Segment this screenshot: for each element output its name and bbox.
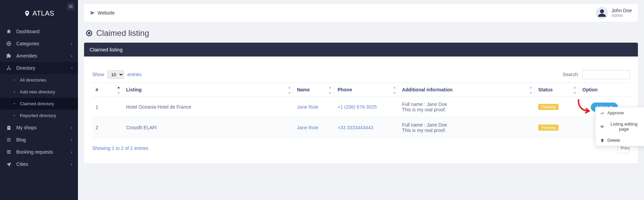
page-size-select[interactable]: 10 <box>107 70 124 79</box>
table-info: Showing 1 to 2 of 2 entries <box>92 146 148 151</box>
website-link-label: Website <box>98 10 115 16</box>
chevron-right-icon <box>71 125 73 130</box>
website-link[interactable]: Website <box>90 10 115 16</box>
dropdown-item-edit[interactable]: Listing editing page <box>596 118 644 135</box>
sidebar-toggle-button[interactable] <box>67 3 75 10</box>
sidebar-item-my-shops[interactable]: My shops <box>0 121 78 134</box>
sidebar-subitem-label: Reported directory <box>20 113 56 118</box>
user-role: Admin <box>611 13 632 18</box>
sidebar-subitem-all-directories[interactable]: All directories <box>0 74 78 86</box>
sidebar-item-label: Booking requests <box>16 149 53 155</box>
chevron-right-icon <box>71 137 73 142</box>
sidebar: ATLAS Dashboard Categories Amenities Dir… <box>0 0 78 200</box>
sidebar-item-directory[interactable]: Directory <box>0 62 78 74</box>
search-input[interactable] <box>582 70 630 79</box>
table-row: 2 Crossfit ELAFI Jane Roie +33 333344344… <box>92 117 630 138</box>
user-menu[interactable]: John Doe Admin <box>596 7 632 19</box>
table-row: 1 Hotel Oceania Hotel de France Jane Roi… <box>92 97 630 117</box>
puzzle-icon <box>6 53 12 59</box>
cell-listing: Hotel Oceania Hotel de France <box>123 97 294 117</box>
globe-icon <box>6 41 12 46</box>
col-status[interactable]: Status <box>535 83 579 97</box>
col-index[interactable]: # <box>92 83 123 97</box>
col-option: Option <box>579 83 630 97</box>
brand-text: ATLAS <box>33 9 54 17</box>
plane-icon <box>6 161 12 167</box>
cell-status: Pending <box>535 117 579 138</box>
claimed-listing-table: # Listing Name <box>92 83 630 138</box>
sidebar-subitem-add-new-directory[interactable]: Add new directory <box>0 86 78 98</box>
list-icon <box>6 137 12 142</box>
col-name[interactable]: Name <box>294 83 334 97</box>
dropdown-item-delete[interactable]: Delete <box>596 135 644 146</box>
list-alt-icon <box>6 149 12 155</box>
home-icon <box>6 29 12 34</box>
check-icon <box>600 111 604 115</box>
sidebar-item-cities[interactable]: Cities <box>0 158 78 170</box>
cell-listing: Crossfit ELAFI <box>123 117 294 138</box>
chevron-right-icon <box>71 41 73 46</box>
eye-icon <box>600 125 604 129</box>
chevron-right-icon <box>71 149 73 155</box>
sidebar-subitem-label: Add new directory <box>20 89 55 94</box>
sidebar-item-dashboard[interactable]: Dashboard <box>0 25 78 38</box>
main-content: Website John Doe Admin Claimed listing C… <box>78 0 644 200</box>
sidebar-item-amenities[interactable]: Amenities <box>0 50 78 62</box>
map-pin-icon <box>24 10 31 17</box>
cell-phone[interactable]: +33 3333443443 <box>334 117 399 138</box>
chevron-right-icon <box>71 161 73 167</box>
sidebar-item-label: My shops <box>16 125 37 130</box>
dropdown-item-approve[interactable]: Approve <box>596 107 644 118</box>
sidebar-subnav-directory: All directories Add new directory Claime… <box>0 74 78 121</box>
chevron-right-icon <box>71 53 73 59</box>
send-icon <box>90 10 95 15</box>
cell-phone[interactable]: +1 (336) 676-3025 <box>334 97 399 117</box>
chevron-down-icon <box>71 65 73 71</box>
menu-icon <box>68 4 73 9</box>
cell-info: Full name : Jane Doe This is my real pro… <box>399 97 535 117</box>
svg-point-0 <box>600 9 604 14</box>
status-badge: Pending <box>538 104 559 110</box>
page-title: Claimed listing <box>96 28 149 38</box>
user-meta: John Doe Admin <box>611 8 632 18</box>
sidebar-item-booking-requests[interactable]: Booking requests <box>0 146 78 158</box>
cell-index: 1 <box>92 97 123 117</box>
entries-label: entries <box>127 72 142 77</box>
cell-name[interactable]: Jane Roie <box>294 97 334 117</box>
sidebar-item-label: Cities <box>16 161 28 167</box>
sidebar-subitem-label: All directories <box>20 77 46 83</box>
target-icon <box>85 29 93 37</box>
sidebar-item-label: Directory <box>16 65 35 71</box>
cell-info: Full name : Jane Doe This is my real pro… <box>399 117 535 138</box>
sidebar-item-label: Dashboard <box>16 29 40 34</box>
action-dropdown: Approve Listing editing page <box>595 107 644 146</box>
sidebar-subitem-claimed-directory[interactable]: Claimed directory <box>0 98 78 110</box>
primary-nav: Dashboard Categories Amenities Directory… <box>0 25 78 170</box>
col-additional-info[interactable]: Additional information <box>399 83 535 97</box>
cell-status: Pending <box>535 97 579 117</box>
status-badge: Pending <box>538 125 559 131</box>
bag-icon <box>6 125 12 130</box>
show-label: Show <box>92 72 104 77</box>
sidebar-subitem-label: Claimed directory <box>20 101 54 106</box>
user-name: John Doe <box>611 8 632 13</box>
brand[interactable]: ATLAS <box>0 0 78 23</box>
sidebar-item-label: Blog <box>16 137 26 142</box>
cell-name[interactable]: Jane Roie <box>294 117 334 138</box>
avatar <box>596 7 608 19</box>
cell-index: 2 <box>92 117 123 138</box>
page-heading: Claimed listing <box>84 25 638 43</box>
sidebar-subitem-reported-directory[interactable]: Reported directory <box>0 110 78 121</box>
col-listing[interactable]: Listing <box>123 83 294 97</box>
user-icon <box>597 8 607 18</box>
sidebar-item-label: Categories <box>16 41 39 46</box>
trash-icon <box>600 138 604 142</box>
col-phone[interactable]: Phone <box>334 83 399 97</box>
sidebar-item-categories[interactable]: Categories <box>0 38 78 50</box>
panel-header: Claimed listing <box>84 43 638 57</box>
table-footer: Showing 1 to 2 of 2 entries Previous <box>92 143 630 153</box>
table-controls: Show 10 entries Search: <box>92 70 630 79</box>
panel: Claimed listing Show 10 entries Search: <box>84 43 638 163</box>
sidebar-item-label: Amenities <box>16 53 37 59</box>
sidebar-item-blog[interactable]: Blog <box>0 134 78 146</box>
